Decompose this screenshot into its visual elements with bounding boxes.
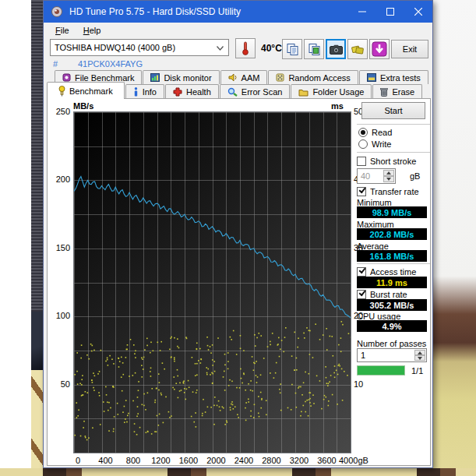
checkbox-checked-icon <box>357 267 366 277</box>
background-artwork-right <box>433 0 476 476</box>
read-radio[interactable]: Read <box>358 128 392 137</box>
passes-value: 1 <box>361 351 365 360</box>
tab-random-access[interactable]: Random Access <box>268 70 358 84</box>
thermometer-icon <box>242 41 249 55</box>
tab-erase[interactable]: Erase <box>372 84 422 99</box>
copy-image-button[interactable] <box>304 39 324 59</box>
exit-label: Exit <box>403 44 417 54</box>
save-image-icon <box>351 44 365 55</box>
short-stroke-size-spinner[interactable]: 40 <box>357 168 396 184</box>
tab-label: Folder Usage <box>312 87 364 97</box>
background-artwork-left-hatch <box>31 0 43 335</box>
drive-select[interactable]: TOSHIBA HDWQ140 (4000 gB) <box>50 39 229 56</box>
maximize-button[interactable] <box>376 1 404 23</box>
tab-aam[interactable]: AAM <box>220 70 268 84</box>
health-cross-icon <box>173 87 182 97</box>
tab-label: File Benchmark <box>75 73 134 83</box>
short-stroke-checkbox[interactable]: Short stroke <box>357 157 416 166</box>
tab-label: Benchmark <box>69 86 113 96</box>
tab-label: Extra tests <box>380 73 421 83</box>
magnifier-icon <box>227 87 238 97</box>
download-icon <box>372 41 387 57</box>
maximum-value: 202.8 MB/s <box>357 228 427 240</box>
passes-spinner[interactable]: 1 <box>357 348 427 362</box>
radio-selected-icon <box>358 128 368 137</box>
write-radio[interactable]: Write <box>358 139 391 149</box>
spin-up-button[interactable] <box>414 350 425 355</box>
tab-health[interactable]: Health <box>165 84 219 99</box>
trash-icon <box>380 87 388 97</box>
menubar: File Help <box>44 23 432 37</box>
minimize-button[interactable] <box>348 1 376 23</box>
titlebar[interactable]: HD Tune Pro 5.75 - Hard Disk/SSD Utility <box>44 1 432 23</box>
screenshot-button[interactable] <box>326 39 346 59</box>
chevron-down-icon <box>217 46 224 51</box>
divider <box>357 152 430 153</box>
tab-row-2: Benchmark Info Health Error Scan Folder … <box>47 84 423 99</box>
spin-down-button[interactable] <box>383 176 394 182</box>
tab-label: Info <box>143 87 157 97</box>
transfer-rate-label: Transfer rate <box>370 187 419 196</box>
burst-rate-checkbox[interactable]: Burst rate <box>357 290 407 299</box>
copy-text-button[interactable] <box>282 39 302 59</box>
tab-label: Disk monitor <box>164 73 211 83</box>
temperature-button[interactable] <box>235 38 256 58</box>
dice-icon <box>276 73 284 82</box>
background-artwork-bottom <box>0 468 476 476</box>
tab-error-scan[interactable]: Error Scan <box>220 84 291 99</box>
divider <box>357 124 430 125</box>
exit-button[interactable]: Exit <box>391 40 428 58</box>
extra-tests-icon <box>367 73 376 82</box>
transfer-rate-checkbox[interactable]: Transfer rate <box>357 187 419 196</box>
start-label: Start <box>384 106 402 115</box>
divider <box>357 263 430 265</box>
minimum-value: 98.9 MB/s <box>357 206 427 218</box>
tab-folder-usage[interactable]: Folder Usage <box>291 84 372 99</box>
tab-label: Health <box>186 87 211 97</box>
hd-tune-window: HD Tune Pro 5.75 - Hard Disk/SSD Utility… <box>43 0 433 468</box>
checkbox-checked-icon <box>357 290 366 299</box>
download-results-button[interactable] <box>369 39 390 59</box>
tab-info[interactable]: Info <box>125 84 164 99</box>
pass-progress-text: 1/1 <box>411 366 423 376</box>
serial-prefix: # <box>53 59 58 69</box>
tab-disk-monitor[interactable]: Disk monitor <box>143 70 219 84</box>
app-icon <box>51 5 63 18</box>
close-button[interactable] <box>404 1 432 23</box>
burst-rate-label: Burst rate <box>370 290 407 299</box>
copy-text-icon <box>286 43 299 56</box>
read-label: Read <box>372 128 392 137</box>
access-time-label: Access time <box>370 267 416 277</box>
sparkplug-icon <box>58 86 65 97</box>
speaker-icon <box>228 73 238 82</box>
access-time-checkbox[interactable]: Access time <box>357 267 416 277</box>
menu-file[interactable]: File <box>50 24 75 37</box>
tab-label: Random Access <box>288 73 350 83</box>
temperature-value: 40°C <box>261 43 282 54</box>
checkbox-checked-icon <box>357 187 366 196</box>
menu-help[interactable]: Help <box>78 24 107 37</box>
spin-down-button[interactable] <box>414 355 425 361</box>
spin-up-button[interactable] <box>383 170 394 176</box>
tab-label: Erase <box>392 87 414 97</box>
start-button[interactable]: Start <box>361 102 425 119</box>
close-icon <box>414 8 422 16</box>
burst-rate-value: 305.2 MB/s <box>357 299 427 311</box>
tab-extra-tests[interactable]: Extra tests <box>359 70 428 84</box>
average-value: 161.8 MB/s <box>357 250 427 262</box>
short-stroke-value: 40 <box>361 171 370 181</box>
access-time-value: 11.9 ms <box>357 277 427 288</box>
short-stroke-unit: gB <box>410 171 420 181</box>
copy-image-icon <box>308 43 321 56</box>
tab-benchmark[interactable]: Benchmark <box>47 82 125 99</box>
folder-icon <box>298 88 309 97</box>
radio-unselected-icon <box>358 139 368 149</box>
save-image-button[interactable] <box>347 39 368 59</box>
disk-monitor-icon <box>150 73 160 82</box>
write-label: Write <box>372 139 391 149</box>
checkbox-unchecked-icon <box>357 157 366 166</box>
tab-label: AAM <box>242 73 260 83</box>
minimize-icon <box>358 8 366 16</box>
passes-label: Number of passes <box>357 339 426 348</box>
pass-progress-bar <box>357 365 405 376</box>
